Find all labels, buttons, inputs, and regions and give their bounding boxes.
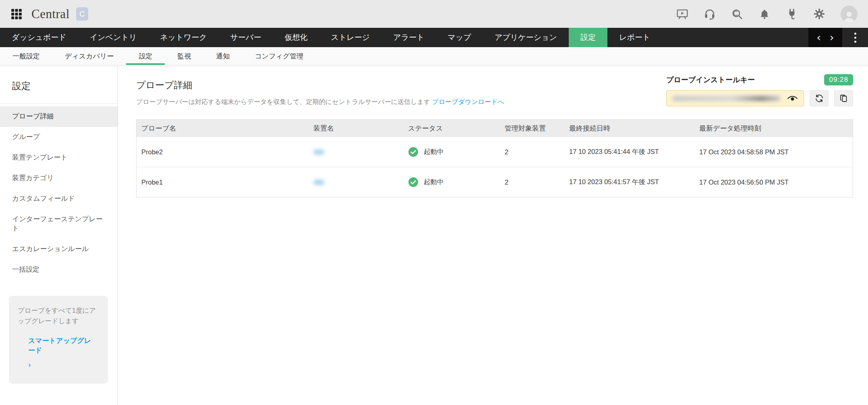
integrations-plug-icon[interactable] <box>786 8 798 20</box>
status-cell: 起動中 <box>403 177 500 187</box>
col-header-device-name: 装置名 <box>309 124 403 133</box>
probe-row-probe2: Probe2 起動中 2 17 10 2023 05:41:44 午後 JST … <box>137 137 853 167</box>
sidebar-item-bulk-configuration[interactable]: 一括設定 <box>0 260 118 280</box>
user-avatar[interactable] <box>841 6 858 23</box>
apps-grid-icon[interactable] <box>10 8 23 20</box>
sidebar-list: プローブ詳細 グループ 装置テンプレート 装置カテゴリ カスタムフィールド イン… <box>0 104 118 280</box>
nav-item-alerts[interactable]: アラート <box>381 28 436 47</box>
col-header-last-data-processed: 最新データ処理時刻 <box>694 124 761 133</box>
nav-item-applications[interactable]: アプリケーション <box>483 28 569 47</box>
device-name-redacted-link[interactable] <box>313 180 403 185</box>
probe-details-panel: プローブ詳細 プローブサーバーは対応する端末からデータを収集して、定期的にセント… <box>118 65 868 405</box>
col-header-status: ステータス <box>403 124 500 133</box>
page-description-text: プローブサーバーは対応する端末からデータを収集して、定期的にセントラルサーバーに… <box>136 98 430 105</box>
nav-item-settings[interactable]: 設定 <box>569 28 607 47</box>
managed-devices-cell: 2 <box>500 148 564 156</box>
nav-item-dashboard[interactable]: ダッシュボード <box>0 28 78 47</box>
last-data-processed-cell: 17 Oct 2023 04:58:58 PM JST <box>694 148 789 156</box>
install-key-value-redacted <box>672 96 781 101</box>
probe-table-header: プローブ名 装置名 ステータス 管理対象装置 最終接続日時 最新データ処理時刻 <box>137 120 853 137</box>
key-expiry-timer: 09:28 <box>824 74 853 85</box>
nav-item-network[interactable]: ネットワーク <box>148 28 218 47</box>
device-name-cell[interactable] <box>309 150 403 155</box>
device-name-redacted-link[interactable] <box>313 150 403 155</box>
sidebar-item-escalation-rules[interactable]: エスカレーションルール <box>0 239 118 260</box>
settings-subnav: 一般設定 ディスカバリー 設定 監視 通知 コンフィグ管理 <box>0 47 868 65</box>
app-window: Central C <box>0 0 868 405</box>
status-ok-icon <box>408 147 418 157</box>
chevron-left-icon[interactable]: ‹ <box>817 32 821 43</box>
top-bar: Central C <box>0 0 868 28</box>
sidebar-item-probe-details[interactable]: プローブ詳細 <box>0 106 118 127</box>
subnav-item-notification[interactable]: 通知 <box>203 47 242 65</box>
last-contact-cell: 17 10 2023 05:41:57 午後 JST <box>564 178 694 187</box>
presentation-play-icon[interactable] <box>676 8 688 20</box>
notifications-bell-icon[interactable] <box>758 8 771 20</box>
status-cell: 起動中 <box>403 147 500 157</box>
col-header-probe-name: プローブ名 <box>137 124 309 133</box>
last-contact-cell: 17 10 2023 05:41:44 午後 JST <box>564 147 694 156</box>
smart-upgrade-link[interactable]: スマートアップグレード › <box>28 336 97 370</box>
main-nav: ダッシュボード インベントリ ネットワーク サーバー 仮想化 ストレージ アラー… <box>0 28 868 47</box>
nav-item-inventory[interactable]: インベントリ <box>78 28 149 47</box>
copy-key-button[interactable] <box>834 90 853 106</box>
chevron-right-icon[interactable]: › <box>830 32 834 43</box>
smart-upgrade-box: プローブをすべて1度にアップグレードします スマートアップグレード › <box>9 296 108 384</box>
install-key-label: プローブインストールキー <box>666 75 755 85</box>
probe-download-link[interactable]: プローブダウンロードへ <box>432 98 504 105</box>
content-area: 設定 プローブ詳細 グループ 装置テンプレート 装置カテゴリ カスタムフィールド… <box>0 65 868 405</box>
install-key-field[interactable] <box>666 90 804 106</box>
central-badge: C <box>76 7 88 21</box>
regenerate-key-button[interactable] <box>810 90 829 106</box>
sidebar-item-custom-fields[interactable]: カスタムフィールド <box>0 189 118 209</box>
topbar-actions <box>676 6 858 23</box>
sidebar-item-device-categories[interactable]: 装置カテゴリ <box>0 168 118 189</box>
overflow-menu-icon[interactable] <box>842 28 868 47</box>
show-key-eye-icon[interactable] <box>787 95 798 102</box>
probe-row-probe1: Probe1 起動中 2 17 10 2023 05:41:57 午後 JST … <box>137 167 853 197</box>
smart-upgrade-link-label: スマートアップグレード <box>28 336 97 356</box>
settings-gear-icon[interactable] <box>813 8 825 20</box>
subnav-item-discovery[interactable]: ディスカバリー <box>52 47 126 65</box>
sidebar-item-interface-templates[interactable]: インターフェーステンプレート <box>0 209 118 239</box>
search-icon[interactable] <box>731 8 743 20</box>
subnav-item-configuration[interactable]: 設定 <box>126 47 165 65</box>
nav-scroll-arrows: ‹ › <box>808 28 842 47</box>
brand-logo: Central <box>31 7 70 21</box>
sidebar-item-groups[interactable]: グループ <box>0 127 118 147</box>
upgrade-note: プローブをすべて1度にアップグレードします <box>18 305 100 326</box>
nav-item-virtualization[interactable]: 仮想化 <box>273 28 319 47</box>
chevron-right-icon: › <box>28 359 31 370</box>
subnav-item-config-management[interactable]: コンフィグ管理 <box>242 47 316 65</box>
last-data-processed-cell: 17 Oct 2023 04:56:50 PM JST <box>694 179 789 186</box>
col-header-managed-devices: 管理対象装置 <box>500 124 564 133</box>
status-label: 起動中 <box>424 147 444 156</box>
probe-install-key-panel: プローブインストールキー 09:28 <box>666 74 853 106</box>
nav-item-reports[interactable]: レポート <box>607 28 662 47</box>
nav-item-server[interactable]: サーバー <box>219 28 273 47</box>
probe-table: プローブ名 装置名 ステータス 管理対象装置 最終接続日時 最新データ処理時刻 … <box>136 119 853 197</box>
col-header-last-contact: 最終接続日時 <box>564 124 694 133</box>
settings-sidebar: 設定 プローブ詳細 グループ 装置テンプレート 装置カテゴリ カスタムフィールド… <box>0 65 118 405</box>
status-label: 起動中 <box>424 178 444 187</box>
subnav-item-general[interactable]: 一般設定 <box>0 47 52 65</box>
device-name-cell[interactable] <box>309 180 403 185</box>
nav-item-storage[interactable]: ストレージ <box>319 28 381 47</box>
headset-support-icon[interactable] <box>704 8 716 20</box>
probe-name-cell: Probe2 <box>137 148 309 156</box>
nav-spacer <box>662 28 808 47</box>
sidebar-item-device-templates[interactable]: 装置テンプレート <box>0 147 118 168</box>
nav-item-maps[interactable]: マップ <box>436 28 483 47</box>
status-ok-icon <box>408 177 418 187</box>
subnav-item-monitoring[interactable]: 監視 <box>165 47 203 65</box>
managed-devices-cell: 2 <box>500 179 564 186</box>
probe-name-cell: Probe1 <box>137 179 309 186</box>
sidebar-heading: 設定 <box>0 65 118 104</box>
